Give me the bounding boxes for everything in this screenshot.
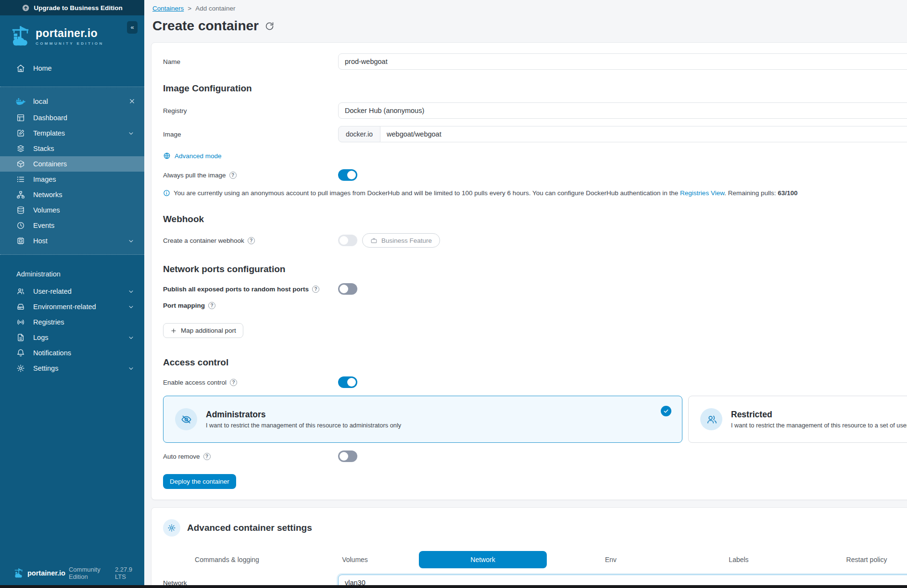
events-icon: [16, 221, 25, 230]
bottom-edge-bar: [0, 585, 907, 588]
enable-access-label: Enable access control ?: [163, 379, 338, 386]
port-mapping-label: Port mapping ?: [163, 302, 338, 309]
info-icon: [163, 189, 170, 197]
sidebar-item-settings[interactable]: Settings: [0, 361, 144, 376]
image-input[interactable]: [380, 126, 907, 142]
registries-view-link[interactable]: Registries View: [680, 189, 724, 197]
refresh-icon[interactable]: [265, 21, 275, 31]
sidebar-item-dashboard[interactable]: Dashboard: [0, 110, 144, 125]
sidebar-item-user-related[interactable]: User-related: [0, 284, 144, 299]
chevron-down-icon: [127, 365, 135, 372]
templates-icon: [16, 129, 25, 138]
administrators-description: I want to restrict the management of thi…: [206, 422, 401, 429]
sidebar-item-images[interactable]: Images: [0, 172, 144, 187]
always-pull-toggle[interactable]: [338, 169, 357, 181]
tab-restart-policy[interactable]: Restart policy: [803, 551, 907, 568]
port-mapping-row: Port mapping ?: [163, 302, 907, 309]
footer-version: 2.27.9 LTS: [115, 566, 139, 580]
sidebar-item-stacks[interactable]: Stacks: [0, 141, 144, 156]
images-icon: [16, 175, 25, 184]
brand-name: portainer.io: [36, 27, 104, 40]
portainer-logo-small: [13, 568, 24, 578]
environment-name: local: [33, 97, 48, 105]
environment-menu: Dashboard Templates Stacks Containers Im…: [0, 110, 144, 249]
sidebar-item-host[interactable]: Host: [0, 233, 144, 249]
advanced-settings-header: Advanced container settings: [163, 519, 907, 537]
tab-volumes[interactable]: Volumes: [291, 551, 419, 568]
tab-commands-logging[interactable]: Commands & logging: [163, 551, 291, 568]
close-icon[interactable]: [128, 98, 136, 105]
home-icon: [16, 64, 25, 73]
webhook-heading: Webhook: [163, 214, 907, 225]
host-icon: [16, 237, 25, 245]
chevron-down-icon: [127, 334, 135, 341]
sidebar-item-label: Home: [33, 64, 52, 72]
ownership-restricted-option[interactable]: Restricted I want to restrict the manage…: [688, 396, 907, 443]
registry-label: Registry: [163, 107, 338, 114]
auto-remove-toggle[interactable]: [338, 450, 357, 462]
help-icon[interactable]: ?: [312, 286, 319, 293]
breadcrumb-separator: >: [188, 5, 191, 12]
deploy-container-button[interactable]: Deploy the container: [163, 474, 236, 489]
tab-network[interactable]: Network: [419, 551, 547, 568]
sidebar-item-environment-related[interactable]: Environment-related: [0, 299, 144, 314]
restricted-description: I want to restrict the management of thi…: [731, 422, 907, 429]
help-icon[interactable]: ?: [230, 379, 237, 386]
brand-subtitle: COMMUNITY EDITION: [36, 41, 104, 46]
logs-icon: [16, 333, 25, 342]
sidebar-item-containers[interactable]: Containers: [0, 156, 144, 172]
selected-check-icon: [661, 406, 671, 416]
page-title: Create container: [152, 18, 907, 34]
eye-off-icon: [175, 408, 197, 430]
breadcrumb-containers-link[interactable]: Containers: [152, 5, 184, 12]
sidebar-item-notifications[interactable]: Notifications: [0, 345, 144, 361]
help-icon[interactable]: ?: [229, 172, 237, 179]
advanced-settings-tabs: Commands & loggingVolumesNetworkEnvLabel…: [163, 551, 907, 568]
chevron-down-icon: [127, 130, 135, 137]
name-input[interactable]: [338, 53, 907, 70]
chevron-down-icon: [127, 303, 135, 311]
help-icon[interactable]: ?: [208, 302, 215, 309]
image-configuration-heading: Image Configuration: [163, 83, 907, 94]
sidebar-nav: Home local Dashboard Templates Stacks Co…: [0, 61, 144, 376]
name-label: Name: [163, 58, 338, 65]
enable-access-toggle[interactable]: [338, 376, 357, 388]
sidebar-item-volumes[interactable]: Volumes: [0, 202, 144, 218]
ownership-administrators-option[interactable]: Administrators I want to restrict the ma…: [163, 396, 682, 443]
administration-label: Administration: [16, 270, 144, 278]
registry-select[interactable]: Docker Hub (anonymous): [338, 102, 907, 119]
access-control-heading: Access control: [163, 357, 907, 368]
briefcase-icon: [370, 237, 378, 244]
advanced-settings-heading: Advanced container settings: [187, 523, 312, 533]
sidebar-item-logs[interactable]: Logs: [0, 330, 144, 345]
sidebar: Upgrade to Business Edition: [0, 0, 144, 588]
tab-labels[interactable]: Labels: [675, 551, 803, 568]
sidebar-collapse-button[interactable]: «: [127, 21, 138, 34]
image-label: Image: [163, 131, 338, 138]
webhook-toggle[interactable]: [338, 235, 357, 246]
upgrade-banner[interactable]: Upgrade to Business Edition: [0, 0, 144, 15]
footer-edition: Community Edition: [69, 566, 112, 580]
users-icon: [16, 287, 25, 296]
sidebar-item-home[interactable]: Home: [0, 61, 144, 76]
map-additional-port-button[interactable]: Map additional port: [163, 323, 243, 338]
sidebar-item-events[interactable]: Events: [0, 218, 144, 233]
help-icon[interactable]: ?: [248, 237, 255, 244]
help-icon[interactable]: ?: [203, 453, 211, 460]
notifications-icon: [16, 349, 25, 357]
tab-env[interactable]: Env: [547, 551, 675, 568]
logo-row: portainer.io COMMUNITY EDITION «: [0, 15, 144, 50]
networks-icon: [16, 190, 25, 199]
sidebar-item-registries[interactable]: Registries: [0, 314, 144, 330]
sidebar-item-templates[interactable]: Templates: [0, 125, 144, 141]
publish-ports-toggle[interactable]: [338, 283, 357, 295]
gear-icon: [163, 519, 180, 537]
upgrade-label: Upgrade to Business Edition: [34, 4, 123, 12]
publish-ports-row: Publish all exposed ports to random host…: [163, 283, 907, 295]
sidebar-item-networks[interactable]: Networks: [0, 187, 144, 202]
environment-local[interactable]: local: [0, 92, 144, 110]
advanced-mode-link[interactable]: Advanced mode: [163, 152, 907, 160]
always-pull-row: Always pull the image ?: [163, 169, 907, 181]
registry-row: Registry Docker Hub (anonymous): [163, 102, 907, 119]
portainer-logo: [10, 25, 32, 47]
